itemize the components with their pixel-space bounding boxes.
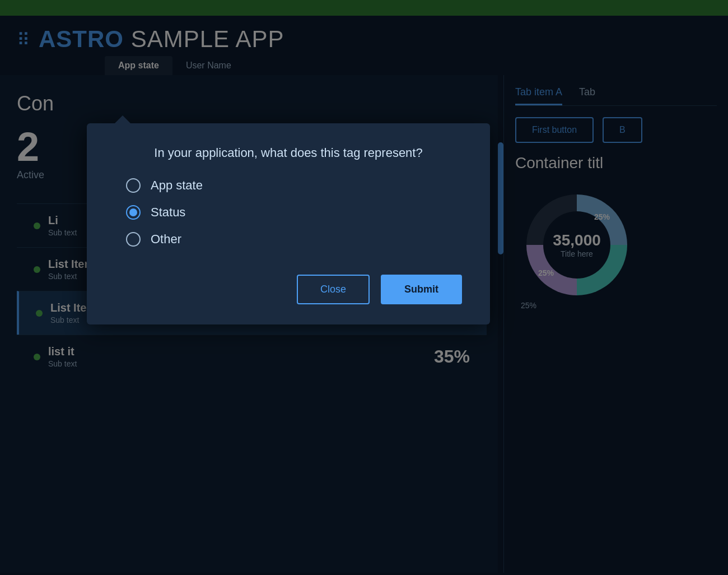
radio-label-other: Other [151,232,181,247]
submit-button[interactable]: Submit [381,275,462,304]
radio-circle-status [126,205,141,220]
modal-question: In your application, what does this tag … [115,146,462,160]
radio-item-other[interactable]: Other [126,232,462,247]
close-button[interactable]: Close [297,275,370,304]
modal-dialog: In your application, what does this tag … [87,123,490,324]
radio-circle-other [126,232,141,247]
radio-label-status: Status [151,205,185,220]
radio-item-status[interactable]: Status [126,205,462,220]
radio-item-app-state[interactable]: App state [126,178,462,193]
modal-footer: Close Submit [115,275,462,304]
radio-group: App state Status Other [115,178,462,247]
radio-circle-app-state [126,178,141,193]
radio-label-app-state: App state [151,178,203,193]
